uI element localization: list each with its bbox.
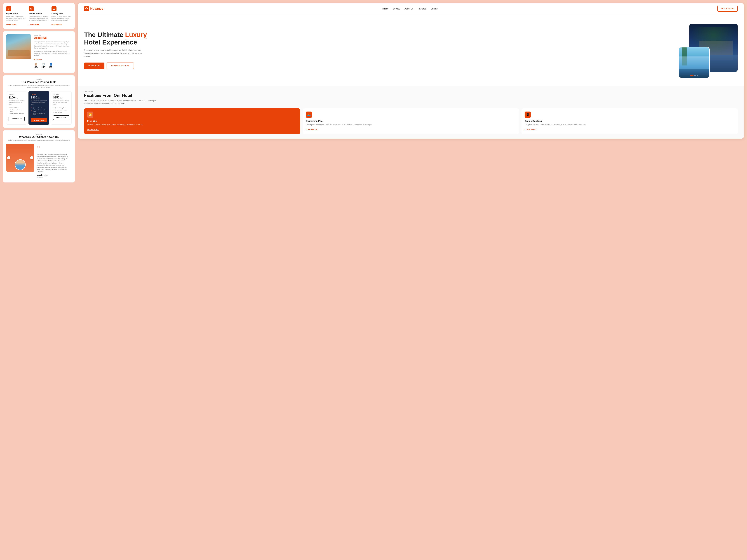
booking-name: Online Booking bbox=[524, 119, 735, 122]
nav-contact-link[interactable]: Contact bbox=[431, 7, 438, 10]
nav-contact[interactable]: Contact bbox=[431, 7, 438, 10]
rooms-number: 100+ bbox=[34, 66, 38, 68]
facilities-grid: 📶 Free Wifi Ut enim ad minim veniam quis… bbox=[84, 108, 738, 134]
hero-images bbox=[678, 24, 738, 77]
facility-booking: 📱 Online Booking Excepteur sint occaecat… bbox=[521, 108, 738, 134]
testimonial-label: Testimonial bbox=[6, 133, 72, 135]
feature-item: ✓ It Have a Balcony In-Your Room bbox=[31, 109, 47, 112]
pricing-section: Package Our Packages Pricing Table Sed u… bbox=[3, 75, 75, 128]
stat-rooms: 🏨 100+ Rooms bbox=[34, 63, 38, 70]
about-title-accent: Us bbox=[43, 36, 47, 39]
deluxe-desc: It's perfectly for you, shortest and get… bbox=[31, 100, 47, 105]
wifi-learn-more[interactable]: LEARN MORE bbox=[87, 129, 99, 131]
left-panel: 🏋 Gym Centre Lorem ipsum dolor sit amet,… bbox=[3, 3, 75, 557]
pool-desc: Sed ut perspiciatis unde omnis iste natu… bbox=[306, 124, 516, 126]
standard-price-row: $200 /Day bbox=[8, 96, 25, 99]
feature-text: You Got a Mini-Bar Or Room bbox=[33, 113, 47, 115]
rooms-icon: 🏨 bbox=[34, 63, 38, 65]
hero-section: The Ultimate Luxury Hotel Experience Dis… bbox=[78, 14, 744, 86]
rooms-label: Rooms bbox=[34, 68, 38, 70]
testimonial-quote: One&Only Cape Town is a stunning urban r… bbox=[37, 154, 69, 173]
stat-support: 🕐 24/7 Support bbox=[41, 63, 46, 70]
feature-item: ✗ No D-Mini-Bar Or Room bbox=[8, 112, 25, 114]
hero-secondary-image bbox=[678, 47, 710, 78]
feature-text: It Have a Balcony In-Your Room bbox=[33, 109, 47, 112]
pricing-card-standard: Standard $200 /Day It's perfectly for yo… bbox=[6, 91, 27, 125]
standard-plan-name: Standard bbox=[8, 94, 25, 95]
gym-learn-more[interactable]: LEARN MORE bbox=[6, 24, 17, 25]
standard-features: ✓ Fit for 2-4 Bed ✗ No Have Swimming-pla… bbox=[8, 107, 25, 114]
hero-title-line1: The Ultimate bbox=[84, 31, 123, 38]
nav-home[interactable]: Home bbox=[383, 7, 389, 10]
food-icon: 🍽 bbox=[29, 6, 34, 11]
service-card-bath: 🛁 Luxury Bath Ut enim ad minim veniam, q… bbox=[52, 6, 72, 26]
feature-text: Queen + King Size-Bed bbox=[33, 107, 46, 109]
chose-plan-superior-button[interactable]: CHOSE PLAN bbox=[53, 115, 69, 120]
about-image bbox=[6, 34, 31, 59]
testimonial-section: Testimonial What Say Our Clients About U… bbox=[3, 130, 75, 183]
feature-item: ✓ You Got a Mini-Bar Or Room bbox=[31, 112, 47, 116]
hero-buttons: BOOK NOW BROWSE OFFERS bbox=[84, 62, 678, 69]
guests-number: 100+ bbox=[49, 66, 53, 68]
support-icon: 🕐 bbox=[41, 63, 46, 65]
chose-plan-deluxe-button[interactable]: CHOSE PLAN bbox=[31, 118, 47, 122]
nav-links: Home Service About Us Package Contact bbox=[383, 7, 438, 10]
testimonial-subtitle: Sed ut perspiciatis unde omnis iste natu… bbox=[6, 139, 72, 141]
dot-1[interactable] bbox=[690, 75, 693, 76]
feature-text: 2 Floors Entire Water bbox=[55, 109, 67, 111]
chose-plan-standard-button[interactable]: CHOSE PLAN bbox=[8, 117, 25, 121]
deluxe-price-row: $300 /Day bbox=[31, 96, 47, 99]
pool-learn-more[interactable]: LEARN MORE bbox=[306, 129, 317, 131]
booking-learn-more[interactable]: LEARN MORE bbox=[524, 129, 536, 131]
booking-desc: Excepteur sint occaecat cupidatat non pr… bbox=[524, 124, 735, 126]
nav-package[interactable]: Package bbox=[418, 7, 426, 10]
about-service-label: Our Service bbox=[34, 34, 72, 36]
deluxe-features: ✓ Queen + King Size-Bed ✓ It Have a Balc… bbox=[31, 107, 47, 116]
carousel-dots bbox=[690, 75, 698, 76]
wifi-desc: Ut enim ad minim veniam quis nostrud exe… bbox=[87, 124, 297, 126]
about-section: Our Service About Us Lorem ipsum dolor s… bbox=[3, 31, 75, 73]
service-card-food: 🍽 Food Canteen Lorem ipsum dolor sit ame… bbox=[29, 6, 49, 26]
bath-learn-more[interactable]: LEARN MORE bbox=[52, 24, 62, 25]
facility-wifi: 📶 Free Wifi Ut enim ad minim veniam quis… bbox=[84, 108, 300, 134]
navbar-book-now-button[interactable]: BOOK NOW bbox=[717, 6, 738, 12]
bath-title: Luxury Bath bbox=[52, 12, 72, 15]
gym-title: Gym Centre bbox=[6, 12, 26, 15]
booking-icon: 📱 bbox=[524, 111, 531, 118]
testimonial-author: Leah Domino bbox=[37, 174, 69, 176]
food-learn-more[interactable]: LEARN MORE bbox=[29, 24, 39, 25]
hero-book-now-button[interactable]: BOOK NOW bbox=[84, 62, 104, 69]
facility-pool: 🏊 Swimming Pool Sed ut perspiciatis unde… bbox=[303, 108, 519, 134]
read-more-link[interactable]: READ MORE bbox=[34, 59, 42, 60]
feature-item: ✓ Queen + King Bed bbox=[53, 107, 69, 109]
dot-2[interactable] bbox=[694, 75, 696, 76]
nav-home-link[interactable]: Home bbox=[383, 7, 389, 10]
nav-about[interactable]: About Us bbox=[405, 7, 413, 10]
superior-plan-name: Superior bbox=[53, 94, 69, 95]
pricing-cards: Standard $200 /Day It's perfectly for yo… bbox=[6, 91, 72, 125]
pricing-card-superior: Superior $250 /Day It's perfectly for yo… bbox=[51, 91, 72, 125]
stats-row: 🏨 100+ Rooms 🕐 24/7 Support 👤 100+ Guest… bbox=[34, 63, 72, 70]
right-panel: Nuvance Home Service About Us Package Co… bbox=[78, 3, 744, 557]
nav-service[interactable]: Service bbox=[393, 7, 400, 10]
hero-title-accent: Luxury bbox=[125, 31, 147, 38]
pricing-title: Our Packages Pricing Table bbox=[6, 81, 72, 84]
about-content: Our Service About Us Lorem ipsum dolor s… bbox=[34, 34, 72, 70]
testimonial-next-button[interactable]: › bbox=[30, 156, 33, 159]
dot-3[interactable] bbox=[697, 75, 698, 76]
navbar: Nuvance Home Service About Us Package Co… bbox=[78, 3, 744, 14]
deluxe-period: /Day bbox=[37, 97, 40, 99]
testimonial-prev-button[interactable]: ‹ bbox=[7, 156, 10, 159]
services-title: Facilities From Our Hotel bbox=[84, 93, 738, 98]
nav-service-link[interactable]: Service bbox=[393, 7, 400, 10]
hotel-website: Nuvance Home Service About Us Package Co… bbox=[78, 3, 744, 139]
hero-browse-offers-button[interactable]: BROWSE OFFERS bbox=[107, 62, 134, 69]
pool-icon: 🏊 bbox=[306, 111, 312, 118]
superior-features: ✓ Queen + King Bed ✓ 2 Floors Entire Wat… bbox=[53, 107, 69, 113]
testimonial-image: ‹ › bbox=[6, 144, 34, 172]
avatar bbox=[15, 159, 26, 170]
nav-package-link[interactable]: Package bbox=[418, 7, 426, 10]
testimonial-text-area: " One&Only Cape Town is a stunning urban… bbox=[34, 144, 72, 180]
food-desc: Lorem ipsum dolor sit amet ace consectet… bbox=[29, 16, 49, 22]
nav-about-link[interactable]: About Us bbox=[405, 7, 413, 10]
